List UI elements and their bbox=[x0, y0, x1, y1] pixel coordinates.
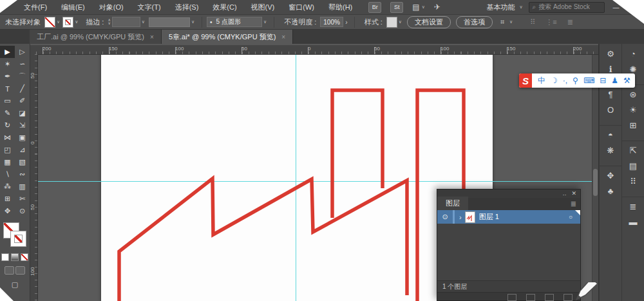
symbol-sprayer-tool-icon[interactable]: ⁂ bbox=[0, 180, 15, 193]
draw-normal-button[interactable] bbox=[5, 266, 14, 275]
opacity-field[interactable]: 100% bbox=[320, 17, 343, 27]
ime-halfwidth-moon-icon[interactable]: ☽ bbox=[551, 77, 558, 84]
stroke-panel-icon[interactable]: O bbox=[600, 102, 621, 117]
mesh-tool-icon[interactable]: ▦ bbox=[0, 156, 15, 168]
chevron-down-icon[interactable]: ∨ bbox=[191, 19, 194, 24]
stepper-down-icon[interactable]: ∨ bbox=[108, 22, 110, 25]
draw-behind-button[interactable] bbox=[15, 266, 25, 275]
sogou-logo-icon[interactable]: S bbox=[519, 73, 532, 88]
menu-item-3[interactable]: 文字(T) bbox=[131, 3, 168, 12]
gpu-performance-icon[interactable]: ✈ bbox=[434, 3, 440, 12]
gradient-slider-panel-icon[interactable]: ▬ bbox=[622, 214, 644, 229]
ime-chinese-mode-icon[interactable]: 中 bbox=[538, 77, 545, 84]
close-icon[interactable]: × bbox=[150, 34, 154, 41]
stroke-color-well[interactable] bbox=[10, 231, 26, 247]
target-circle-icon[interactable]: ○ bbox=[569, 213, 573, 220]
magic-wand-tool-icon[interactable]: ✶ bbox=[0, 58, 15, 70]
symbols-panel-icon[interactable]: ♣ bbox=[600, 183, 621, 199]
blend-tool-icon[interactable]: ∾ bbox=[15, 168, 30, 180]
tab-chapter5-document[interactable]: 5章.ai* @ 99% (CMYK/GPU 预览) × bbox=[162, 30, 293, 44]
shaper-tool-icon[interactable]: ✎ bbox=[0, 107, 15, 119]
rotate-tool-icon[interactable]: ↻ bbox=[0, 119, 15, 131]
none-button[interactable] bbox=[21, 253, 28, 261]
hand-tool-icon[interactable]: ✥ bbox=[0, 205, 15, 217]
opacity-panel-arrow-icon[interactable]: › bbox=[345, 19, 347, 26]
align-panel-icon[interactable]: ⠿ bbox=[622, 173, 644, 189]
menu-item-8[interactable]: 帮助(H) bbox=[321, 3, 359, 12]
visibility-eye-icon[interactable]: ⊙ bbox=[437, 213, 453, 221]
color-panel-icon[interactable]: ❋ bbox=[600, 142, 621, 158]
close-icon[interactable]: × bbox=[281, 34, 285, 41]
perspective-grid-tool-icon[interactable]: ⊿ bbox=[15, 144, 30, 156]
chevron-down-icon[interactable]: ∨ bbox=[57, 19, 60, 24]
selection-tool-icon[interactable]: ▶ bbox=[0, 46, 15, 58]
scrollbar-thumb[interactable] bbox=[593, 169, 598, 196]
chevron-down-icon[interactable]: ∨ bbox=[509, 19, 513, 24]
make-mask-button[interactable] bbox=[507, 294, 516, 301]
chevron-down-icon[interactable]: ∨ bbox=[263, 19, 267, 24]
stroke-weight-field[interactable] bbox=[112, 17, 140, 27]
tab-layers[interactable]: 图层 bbox=[437, 197, 468, 210]
ime-clipboard-icon[interactable]: ⊟ bbox=[600, 77, 606, 84]
menu-item-5[interactable]: 效果(C) bbox=[205, 3, 243, 12]
variable-width-profile-preview[interactable] bbox=[149, 17, 190, 27]
lasso-tool-icon[interactable]: ∽ bbox=[15, 58, 30, 70]
layer-thumbnail[interactable] bbox=[465, 211, 475, 223]
type-tool-icon[interactable]: T bbox=[0, 83, 15, 95]
shape-builder-tool-icon[interactable]: ◰ bbox=[0, 144, 15, 156]
slice-tool-icon[interactable]: ✄ bbox=[15, 193, 30, 205]
menu-item-1[interactable]: 编辑(E) bbox=[54, 3, 92, 12]
bridge-button[interactable]: Br bbox=[368, 2, 381, 13]
eyedropper-tool-icon[interactable]: ∖ bbox=[0, 168, 15, 180]
factory-sawtooth-path[interactable] bbox=[119, 179, 407, 301]
menu-item-2[interactable]: 对象(O) bbox=[92, 3, 131, 12]
brush-definition-dropdown[interactable]: • 5 点圆形 bbox=[207, 17, 262, 27]
rectangle-tool-icon[interactable]: ▭ bbox=[0, 95, 15, 107]
expand-arrow-icon[interactable]: › bbox=[459, 213, 462, 221]
menu-item-6[interactable]: 视图(V) bbox=[244, 3, 282, 12]
graphic-style-swatch[interactable] bbox=[386, 17, 397, 28]
gear-panel-icon[interactable]: ⚙ bbox=[600, 46, 621, 61]
artboard-tool-icon[interactable]: ⊞ bbox=[0, 193, 15, 205]
curvature-tool-icon[interactable]: ⌒ bbox=[15, 70, 30, 83]
stroke-swatch[interactable] bbox=[62, 17, 73, 28]
pen-tool-icon[interactable]: ✒ bbox=[0, 70, 15, 83]
chevron-down-icon[interactable]: ∨ bbox=[422, 5, 425, 10]
artboards-panel-icon[interactable]: ▤ bbox=[622, 158, 644, 173]
lock-column[interactable] bbox=[453, 210, 455, 224]
puppet-warp-panel-icon[interactable]: ✥ bbox=[600, 166, 621, 183]
gradient-tool-icon[interactable]: ▧ bbox=[15, 156, 30, 168]
sphere-panel-icon[interactable]: ◓ bbox=[600, 125, 621, 142]
chevron-down-icon[interactable]: ∨ bbox=[399, 19, 402, 24]
scale-tool-icon[interactable]: ⇲ bbox=[15, 119, 30, 131]
fill-swatch[interactable] bbox=[44, 17, 55, 28]
panel-menu-icon[interactable]: ≣ bbox=[571, 200, 580, 210]
graph-tool-icon[interactable]: ▥ bbox=[15, 180, 30, 193]
horizontal-ruler[interactable]: 20015010050050100150200 bbox=[30, 45, 599, 55]
ime-keyboard-icon[interactable]: ⌨ bbox=[583, 77, 594, 84]
layer-row[interactable]: ⊙ › 图层 1 ○ bbox=[437, 210, 580, 224]
width-tool-icon[interactable]: ⋈ bbox=[0, 131, 15, 144]
menu-item-4[interactable]: 选择(S) bbox=[168, 3, 206, 12]
layers-panel-icon[interactable]: ≣ bbox=[622, 197, 644, 214]
appearance-panel-icon[interactable]: ☀ bbox=[622, 102, 644, 117]
chevron-down-icon[interactable]: ∨ bbox=[75, 19, 78, 24]
layer-name[interactable]: 图层 1 bbox=[479, 212, 499, 222]
menu-item-7[interactable]: 窗口(W) bbox=[281, 3, 321, 12]
arrange-icon[interactable]: ⠿ bbox=[530, 18, 535, 26]
export-panel-icon[interactable]: ⇱ bbox=[622, 141, 644, 158]
stock-button[interactable]: St bbox=[390, 2, 403, 13]
tab-factory-document[interactable]: 工厂.ai @ 99% (CMYK/GPU 预览) × bbox=[30, 30, 162, 44]
paintbrush-tool-icon[interactable]: ✐ bbox=[15, 95, 30, 107]
ime-skin-shirt-icon[interactable]: ♟ bbox=[611, 77, 618, 84]
touch-workspace-icon[interactable]: ⌗ bbox=[500, 18, 504, 26]
menu-item-0[interactable]: 文件(F) bbox=[17, 3, 54, 12]
free-transform-tool-icon[interactable]: ▣ bbox=[15, 131, 30, 144]
search-input[interactable]: ⌕ 搜索 Adobe Stock bbox=[529, 2, 605, 13]
zoom-tool-icon[interactable]: ⊙ bbox=[15, 205, 30, 217]
color-button[interactable] bbox=[1, 253, 9, 261]
vertical-ruler[interactable]: 50050100 bbox=[30, 54, 38, 301]
line-segment-tool-icon[interactable]: ╱ bbox=[15, 83, 30, 95]
preferences-button[interactable]: 首选项 bbox=[456, 16, 493, 28]
stroke-weight-stepper[interactable]: ∧ ∨ bbox=[108, 19, 110, 25]
